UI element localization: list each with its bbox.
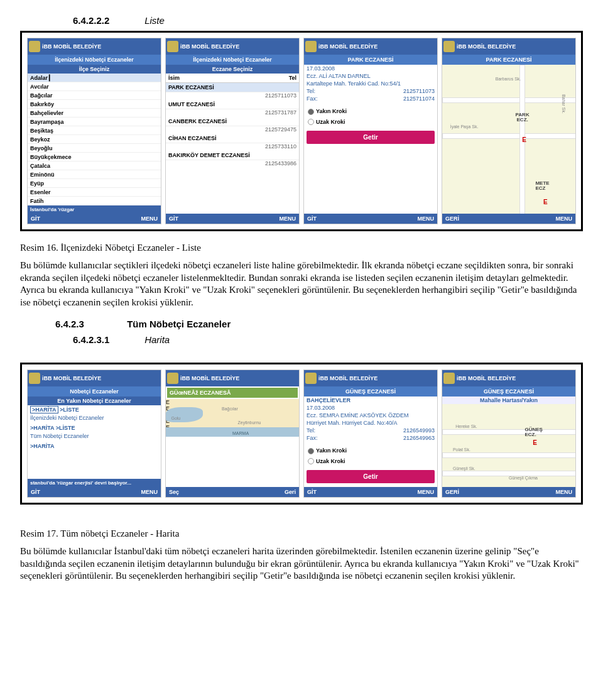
list-item[interactable]: Büyükçekmece bbox=[28, 153, 161, 161]
detail-fax: Fax:2125711074 bbox=[304, 95, 437, 102]
list-item[interactable]: Adalar ┃ bbox=[28, 74, 161, 82]
figure-17: iBB MOBİL BELEDİYE Nöbetçi Eczaneler En … bbox=[20, 363, 583, 505]
radio-uzak-kroki[interactable]: Uzak Kroki bbox=[304, 456, 437, 467]
radio-uzak-kroki[interactable]: Uzak Kroki bbox=[304, 117, 437, 128]
map-mode-label: Mahalle Hartası/Yakın bbox=[442, 396, 575, 404]
pharmacy-list[interactable]: İsimTel PARK ECZANESİ2125711073 UMUT ECZ… bbox=[166, 74, 299, 214]
softkey-git[interactable]: GİT bbox=[31, 489, 40, 495]
list-item[interactable]: UMUT ECZANESİ bbox=[166, 100, 299, 109]
softkey-menu[interactable]: MENU bbox=[418, 489, 435, 495]
detail-date: 17.03.2008 bbox=[304, 404, 437, 412]
phone-city-map: iBB MOBİL BELEDİYE GÜœNEÅž ECZANESÅ Bağc… bbox=[165, 369, 300, 498]
softkey-menu[interactable]: MENU bbox=[280, 216, 296, 222]
list-item[interactable]: Eminönü bbox=[28, 170, 161, 179]
section-heading-tum-nobetci: 6.4.2.3 Tüm Nöbetçi Eczaneler bbox=[20, 319, 583, 329]
list-item[interactable]: Beyoğlu bbox=[28, 144, 161, 153]
phone-eczane-seciniz: iBB MOBİL BELEDİYE İlçenizdeki Nöbetçi E… bbox=[165, 38, 300, 224]
list-item[interactable]: CANBERK ECZANESİ bbox=[166, 117, 299, 126]
list-item[interactable]: Esenler bbox=[28, 188, 161, 197]
list-item[interactable]: Bayrampaşa bbox=[28, 118, 161, 126]
radio-icon bbox=[308, 109, 314, 115]
softkey-menu[interactable]: MENU bbox=[556, 489, 573, 495]
tel-value: 2125729475 bbox=[166, 126, 299, 134]
selected-eczane: GÜœNEÅž ECZANESÅ bbox=[167, 388, 298, 398]
list-item[interactable]: Beykoz bbox=[28, 135, 161, 144]
radio-yakin-kroki[interactable]: Yakın Kroki bbox=[304, 106, 437, 117]
detail-district: BAHÇELİEVLER bbox=[304, 396, 437, 404]
softkey-git[interactable]: GİT bbox=[169, 216, 178, 222]
list-item[interactable]: Eyüp bbox=[28, 179, 161, 188]
softkey-menu[interactable]: MENU bbox=[141, 489, 158, 495]
phone-subtitle: En Yakın Nöbetçi Eczaneler bbox=[28, 396, 161, 405]
city-label: Golu bbox=[171, 416, 180, 420]
pharmacy-detail: BAHÇELİEVLER 17.03.2008 Ecz. SEMRA EMİNE… bbox=[304, 396, 437, 487]
district-list[interactable]: Adalar ┃ Avcılar Bağcılar Bakırköy Bahçe… bbox=[28, 74, 161, 205]
list-item[interactable]: Avcılar bbox=[28, 82, 161, 91]
phone-title: GÜNEŞ ECZANESİ bbox=[304, 386, 437, 396]
menu-category: İlçenizdeki Nöbetçi Eczaneler bbox=[28, 414, 161, 424]
softkey-menu[interactable]: MENU bbox=[418, 216, 435, 222]
pharmacy-detail: 17.03.2008 Ecz. ALİ ALTAN DARNEL Kartalt… bbox=[304, 65, 437, 214]
phone-brand-bar: iBB MOBİL BELEDİYE bbox=[166, 38, 299, 55]
phone-brand-bar: iBB MOBİL BELEDİYE bbox=[28, 370, 161, 386]
street-label: Bahar Sk. bbox=[562, 94, 566, 114]
menu-link[interactable]: >HARİTA bbox=[28, 442, 161, 451]
menu-link[interactable]: >HARİTA >LİSTE bbox=[28, 424, 161, 432]
section-number: 6.4.2.3 bbox=[55, 319, 124, 329]
tel-value: 2125733110 bbox=[166, 143, 299, 151]
map-view[interactable]: Hereke Sk. Polat Sk. Güneşli Sk. Güneşli… bbox=[442, 404, 575, 487]
phone-brand-bar: iBB MOBİL BELEDİYE bbox=[442, 370, 575, 386]
menu-category: Tüm Nöbetçi Eczaneler bbox=[28, 432, 161, 442]
brand-label: iBB MOBİL BELEDİYE bbox=[42, 43, 101, 50]
map-view[interactable]: Barbaros Sk. Bahar Sk. İyale Paşa Sk. PA… bbox=[442, 65, 575, 214]
body-text-fig17: Bu bölümde kullanıcılar İstanbul'daki tü… bbox=[20, 545, 583, 582]
softkey-menu[interactable]: MENU bbox=[556, 216, 573, 222]
phone-brand-bar: iBB MOBİL BELEDİYE bbox=[304, 370, 437, 386]
phone-title: PARK ECZANESİ bbox=[304, 55, 437, 65]
street-label: İyale Paşa Sk. bbox=[450, 124, 479, 129]
park-ecz-label: PARKECZ. bbox=[516, 112, 530, 123]
softkey-sec[interactable]: Seç bbox=[169, 489, 179, 495]
list-item[interactable]: Çatalca bbox=[28, 161, 161, 170]
list-item[interactable]: BAKIRKÖY DEMET ECZANESİ bbox=[166, 151, 299, 160]
news-ticker: İstanbul'da 'rüzgar bbox=[28, 205, 161, 214]
menu-link[interactable]: >HARİTA >LİSTE bbox=[28, 405, 161, 414]
phone-title: Nöbetçi Eczaneler bbox=[28, 386, 161, 396]
ibb-logo-icon bbox=[443, 373, 455, 384]
softkey-git[interactable]: GİT bbox=[307, 216, 317, 222]
list-item[interactable]: Fatih bbox=[28, 197, 161, 205]
list-item[interactable]: CİHAN ECZANESİ bbox=[166, 134, 299, 143]
figure-caption-16: Resim 16. İlçenizdeki Nöbetçi Eczaneler … bbox=[20, 243, 583, 253]
softkey-bar: GİTMENU bbox=[166, 214, 299, 224]
section-title: Tüm Nöbetçi Eczaneler bbox=[127, 319, 231, 329]
section-number: 6.4.2.3.1 bbox=[73, 334, 142, 345]
street-label: Güneşli Sk. bbox=[453, 466, 475, 471]
softkey-bar: GİTMENU bbox=[28, 214, 161, 224]
list-item[interactable]: Bağcılar bbox=[28, 91, 161, 100]
getir-button[interactable]: Getir bbox=[307, 470, 435, 483]
radio-yakin-kroki[interactable]: Yakın Kroki bbox=[304, 446, 437, 456]
brand-label: iBB MOBİL BELEDİYE bbox=[457, 375, 516, 381]
phone-title: İlçenizdeki Nöbetçi Eczaneler bbox=[166, 55, 299, 65]
softkey-geri[interactable]: GERİ bbox=[445, 216, 459, 222]
softkey-menu[interactable]: MENU bbox=[141, 216, 158, 222]
softkey-geri[interactable]: Geri bbox=[285, 489, 296, 495]
list-item[interactable]: Bahçelievler bbox=[28, 109, 161, 118]
column-header: İsimTel bbox=[166, 74, 299, 83]
getir-button[interactable]: Getir bbox=[307, 131, 435, 144]
brand-label: iBB MOBİL BELEDİYE bbox=[318, 375, 378, 381]
radio-icon bbox=[308, 458, 314, 464]
softkey-geri[interactable]: GERİ bbox=[445, 489, 459, 495]
list-item[interactable]: Beşiktaş bbox=[28, 126, 161, 135]
list-item[interactable]: PARK ECZANESİ bbox=[166, 83, 299, 92]
softkey-git[interactable]: GİT bbox=[31, 216, 40, 222]
softkey-git[interactable]: GİT bbox=[307, 489, 317, 495]
street-label: Barbaros Sk. bbox=[496, 77, 521, 81]
figure-caption-17: Resim 17. Tüm nöbetçi Eczaneler - Harita bbox=[20, 528, 583, 539]
softkey-bar: SeçGeri bbox=[166, 487, 299, 497]
brand-label: iBB MOBİL BELEDİYE bbox=[457, 43, 516, 50]
phone-ilce-seciniz: iBB MOBİL BELEDİYE İlçenizdeki Nöbetçi E… bbox=[27, 38, 161, 224]
list-item[interactable]: Bakırköy bbox=[28, 100, 161, 109]
city-map-view[interactable]: Bağcılar Zeytinburnu Golu MARMA E E E E … bbox=[166, 399, 299, 487]
phone-brand-bar: iBB MOBİL BELEDİYE bbox=[442, 38, 575, 55]
